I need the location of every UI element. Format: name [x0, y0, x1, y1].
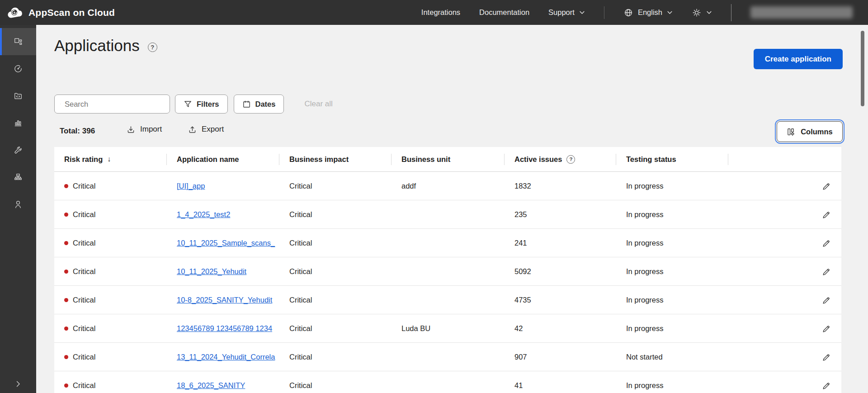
chevron-down-icon	[579, 10, 585, 14]
edit-cell	[728, 286, 841, 314]
testing-status-cell: In progress	[616, 371, 728, 393]
left-sidebar	[0, 25, 36, 393]
sidebar-item-tools[interactable]	[0, 137, 36, 164]
chevron-down-icon	[706, 10, 712, 14]
edit-application-button[interactable]	[822, 353, 830, 361]
edit-application-button[interactable]	[822, 210, 830, 219]
code-folder-icon	[14, 91, 23, 100]
header-divider	[731, 4, 731, 21]
import-button[interactable]: Import	[127, 125, 162, 134]
app-title: AppScan on Cloud	[28, 7, 115, 18]
sidebar-item-scans[interactable]	[0, 55, 36, 82]
application-name-link[interactable]: 13_11_2024_Yehudit_Correla	[177, 353, 275, 361]
create-application-button[interactable]: Create application	[754, 49, 843, 69]
edit-cell	[728, 371, 841, 393]
table-row: Critical 10-8_2025_SANITY_Yehudit Critic…	[54, 286, 841, 314]
sidebar-item-organization[interactable]	[0, 164, 36, 191]
application-name-link[interactable]: 1_4_2025_test2	[177, 210, 230, 219]
top-header: AppScan on Cloud Integrations Documentat…	[0, 0, 868, 25]
table-header-row: Risk rating ↓ Application name Business …	[54, 147, 841, 172]
testing-status-cell: In progress	[616, 257, 728, 285]
risk-rating-cell: Critical	[54, 172, 167, 200]
header-actions	[728, 147, 841, 171]
business-impact-cell: Critical	[279, 371, 392, 393]
sort-desc-icon[interactable]: ↓	[107, 155, 111, 163]
dates-button[interactable]: Dates	[234, 95, 284, 114]
pencil-edit-icon	[822, 353, 830, 361]
language-selector[interactable]: English	[623, 8, 673, 18]
active-issues-help-icon[interactable]: ?	[566, 155, 575, 164]
chevron-right-icon	[14, 379, 22, 388]
testing-status-cell: In progress	[616, 286, 728, 314]
columns-button[interactable]: Columns	[777, 121, 843, 142]
sidebar-item-reports[interactable]	[0, 109, 36, 137]
application-name-link[interactable]: 123456789 123456789 1234	[177, 324, 272, 333]
filters-button[interactable]: Filters	[175, 95, 228, 114]
user-icon	[14, 200, 23, 209]
header-business-impact[interactable]: Business impact	[279, 147, 392, 171]
sidebar-expand-button[interactable]	[0, 379, 36, 388]
header-risk-rating[interactable]: Risk rating ↓	[54, 147, 167, 171]
business-unit-cell: Luda BU	[392, 314, 505, 342]
export-upload-icon	[188, 125, 197, 134]
filter-funnel-icon	[184, 100, 192, 108]
scan-gauge-icon	[14, 64, 23, 73]
edit-application-button[interactable]	[822, 296, 830, 304]
globe-icon	[623, 8, 633, 18]
nav-support[interactable]: Support	[548, 8, 585, 17]
header-active-issues[interactable]: Active issues ?	[505, 147, 616, 171]
table-row: Critical 123456789 123456789 1234 Critic…	[54, 314, 841, 343]
testing-status-cell: In progress	[616, 172, 728, 200]
active-issues-cell: 42	[505, 314, 616, 342]
active-issues-cell: 1832	[505, 172, 616, 200]
sidebar-item-users[interactable]	[0, 191, 36, 218]
network-hierarchy-icon	[14, 173, 23, 182]
business-unit-cell	[392, 286, 505, 314]
sidebar-item-code-projects[interactable]	[0, 82, 36, 109]
edit-application-button[interactable]	[822, 324, 830, 333]
edit-application-button[interactable]	[822, 182, 830, 190]
edit-cell	[728, 343, 841, 371]
edit-application-button[interactable]	[822, 267, 830, 276]
application-name-cell: 18_6_2025_SANITY	[167, 371, 279, 393]
page-help-icon[interactable]: ?	[148, 43, 157, 52]
active-issues-cell: 41	[505, 371, 616, 393]
clear-all-button[interactable]: Clear all	[304, 99, 332, 109]
testing-status-cell: Not started	[616, 343, 728, 371]
user-account-redacted[interactable]	[750, 6, 853, 19]
nav-documentation[interactable]: Documentation	[479, 8, 529, 17]
business-impact-cell: Critical	[279, 229, 392, 257]
active-issues-cell: 241	[505, 229, 616, 257]
testing-status-cell: In progress	[616, 314, 728, 342]
header-business-unit[interactable]: Business unit	[392, 147, 505, 171]
search-input[interactable]	[65, 100, 164, 109]
edit-application-button[interactable]	[822, 239, 830, 247]
risk-rating-cell: Critical	[54, 229, 167, 257]
pencil-edit-icon	[822, 267, 830, 276]
calendar-icon	[242, 100, 251, 109]
application-name-cell: 13_11_2024_Yehudit_Correla	[167, 343, 279, 371]
vertical-scrollbar[interactable]	[861, 31, 864, 106]
application-name-link[interactable]: 10_11_2025_Sample_scans_	[177, 239, 275, 247]
risk-rating-cell: Critical	[54, 257, 167, 285]
testing-status-cell: In progress	[616, 200, 728, 228]
application-name-link[interactable]: [UI]_app	[177, 182, 205, 190]
application-name-link[interactable]: 10-8_2025_SANITY_Yehudit	[177, 296, 272, 304]
application-name-link[interactable]: 18_6_2025_SANITY	[177, 381, 245, 390]
nav-integrations[interactable]: Integrations	[421, 8, 460, 17]
edit-application-button[interactable]	[822, 381, 830, 390]
page-title-row: Applications ?	[54, 37, 157, 55]
theme-selector[interactable]	[692, 8, 712, 18]
application-name-link[interactable]: 10_11_2025_Yehudit	[177, 267, 246, 276]
business-unit-cell	[392, 229, 505, 257]
testing-status-cell: In progress	[616, 229, 728, 257]
export-button[interactable]: Export	[188, 125, 224, 134]
pencil-edit-icon	[822, 239, 830, 247]
header-application-name[interactable]: Application name	[167, 147, 279, 171]
application-name-cell: 10-8_2025_SANITY_Yehudit	[167, 286, 279, 314]
header-testing-status[interactable]: Testing status	[616, 147, 728, 171]
business-impact-cell: Critical	[279, 200, 392, 228]
sidebar-item-applications[interactable]	[0, 28, 36, 55]
search-box[interactable]	[54, 95, 170, 114]
active-issues-cell: 907	[505, 343, 616, 371]
